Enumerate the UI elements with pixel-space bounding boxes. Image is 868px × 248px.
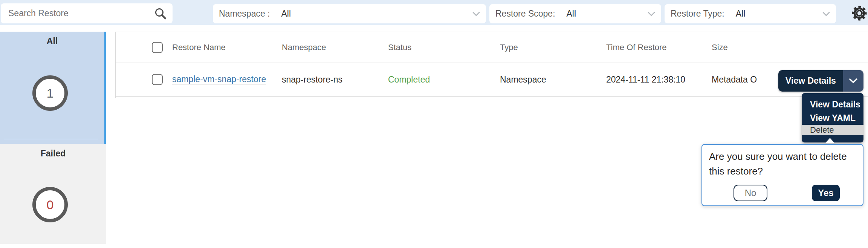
chevron-down-icon [472, 12, 480, 16]
namespace-filter-dropdown[interactable]: Namespace : All [213, 4, 486, 23]
restore-type-filter-value: All [736, 9, 746, 19]
status-badge: Completed [388, 75, 430, 85]
menu-item-view-yaml[interactable]: View YAML [802, 111, 863, 125]
size-cell: Metadata O [712, 75, 757, 85]
row-actions-menu: View Details View YAML Delete [802, 93, 863, 142]
select-all-checkbox[interactable] [152, 42, 163, 53]
namespace-cell: snap-restore-ns [282, 75, 342, 85]
delete-confirm-message: Are you sure you want to delete this res… [709, 149, 860, 179]
restore-list-page: Namespace : All Restore Scope: All Resto… [0, 0, 868, 248]
confirm-yes-button[interactable]: Yes [812, 185, 840, 201]
delete-confirm-popup: Are you sure you want to delete this res… [701, 144, 863, 206]
chevron-down-icon [648, 12, 655, 16]
search-input[interactable] [1, 3, 151, 23]
restore-table: Restore Name Namespace Status Type Time … [115, 32, 868, 98]
menu-item-view-details[interactable]: View Details [802, 98, 863, 111]
filter-bar: Namespace : All Restore Scope: All Resto… [0, 0, 868, 25]
restore-type-filter-dropdown[interactable]: Restore Type: All [665, 4, 836, 23]
chevron-down-icon [822, 12, 830, 16]
column-header-status: Status [388, 43, 411, 52]
settings-gear-icon[interactable] [851, 5, 868, 22]
failed-count-circle: 0 [32, 187, 68, 222]
table-header-row: Restore Name Namespace Status Type Time … [116, 32, 868, 63]
column-header-size: Size [712, 43, 728, 52]
namespace-filter-label: Namespace : [219, 9, 270, 19]
popup-arrow [825, 138, 834, 143]
restore-type-filter-label: Restore Type: [671, 9, 724, 19]
restore-name-link[interactable]: sample-vm-snap-restore [172, 74, 266, 85]
view-details-button[interactable]: View Details [778, 70, 843, 92]
column-header-restore-name: Restore Name [172, 43, 226, 52]
sidebar-tab-all[interactable]: All 1 [0, 32, 106, 144]
search-box[interactable] [1, 3, 173, 23]
chevron-down-icon [849, 78, 857, 83]
confirm-no-button[interactable]: No [734, 185, 767, 201]
type-cell: Namespace [500, 75, 546, 85]
restore-scope-filter-value: All [567, 9, 576, 19]
table-row: sample-vm-snap-restore snap-restore-ns C… [116, 63, 868, 97]
sidebar-tab-failed[interactable]: Failed 0 [0, 144, 106, 244]
menu-item-delete[interactable]: Delete [802, 125, 863, 135]
all-count-circle: 1 [32, 75, 68, 111]
sidebar-divider [4, 139, 98, 139]
time-of-restore-cell: 2024-11-11 21:38:10 [606, 75, 685, 85]
column-header-namespace: Namespace [282, 43, 326, 52]
column-header-type: Type [500, 43, 518, 52]
namespace-filter-value: All [281, 9, 291, 19]
sidebar-tab-all-label: All [0, 32, 104, 46]
actions-caret-button[interactable] [843, 70, 863, 92]
row-checkbox[interactable] [152, 74, 163, 85]
restore-scope-filter-label: Restore Scope: [495, 9, 555, 19]
column-header-time: Time Of Restore [606, 43, 667, 52]
restore-scope-filter-dropdown[interactable]: Restore Scope: All [489, 4, 661, 23]
sidebar-tab-failed-label: Failed [0, 144, 106, 159]
failed-count: 0 [47, 197, 54, 212]
search-icon[interactable] [154, 7, 167, 21]
all-count: 1 [47, 86, 54, 101]
